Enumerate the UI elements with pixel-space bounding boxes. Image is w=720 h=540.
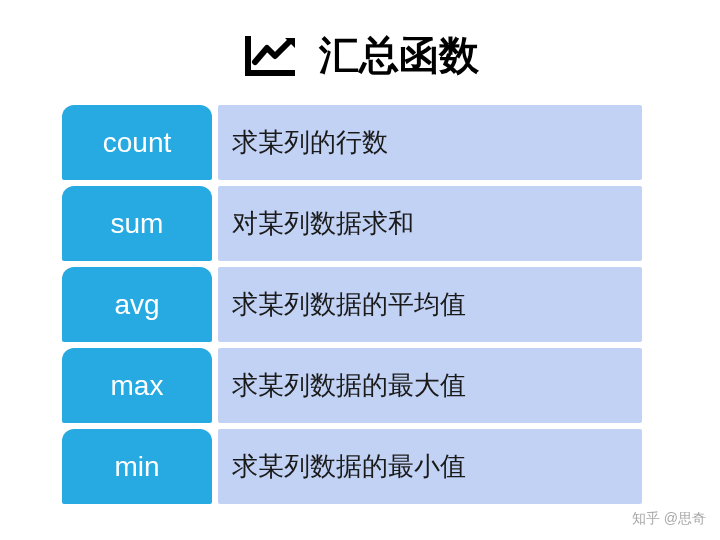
table-row: max 求某列数据的最大值	[62, 348, 642, 423]
fn-desc: 求某列数据的最大值	[218, 348, 642, 423]
function-table: count 求某列的行数 sum 对某列数据求和 avg 求某列数据的平均值 m…	[62, 105, 642, 504]
fn-name: min	[62, 429, 212, 504]
fn-name: sum	[62, 186, 212, 261]
chart-trend-icon	[241, 32, 299, 80]
svg-rect-1	[245, 70, 295, 76]
page-title: 汇总函数	[319, 28, 479, 83]
table-row: avg 求某列数据的平均值	[62, 267, 642, 342]
fn-name: avg	[62, 267, 212, 342]
table-row: min 求某列数据的最小值	[62, 429, 642, 504]
fn-desc: 求某列数据的平均值	[218, 267, 642, 342]
fn-desc: 对某列数据求和	[218, 186, 642, 261]
watermark: 知乎 @思奇	[632, 510, 706, 528]
fn-desc: 求某列的行数	[218, 105, 642, 180]
fn-desc: 求某列数据的最小值	[218, 429, 642, 504]
fn-name: max	[62, 348, 212, 423]
fn-name: count	[62, 105, 212, 180]
table-row: sum 对某列数据求和	[62, 186, 642, 261]
table-row: count 求某列的行数	[62, 105, 642, 180]
header: 汇总函数	[0, 0, 720, 105]
